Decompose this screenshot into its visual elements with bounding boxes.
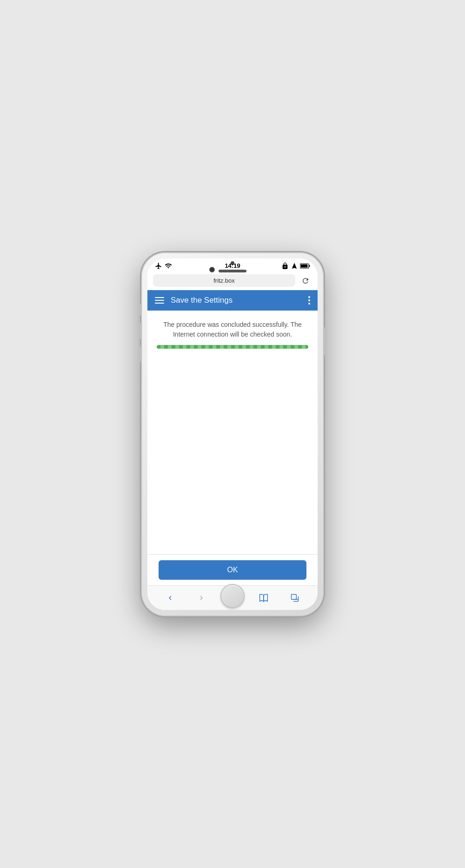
hamburger-menu-button[interactable] (155, 297, 164, 304)
silent-button[interactable] (140, 304, 142, 316)
content-area: The procedure was concluded successfully… (147, 311, 318, 610)
url-input[interactable]: fritz.box (153, 274, 295, 287)
browser-tabs-button[interactable] (286, 590, 303, 606)
status-right-icons (281, 262, 310, 270)
phone-frame: 14:19 (142, 253, 323, 616)
status-time: 14:19 (225, 262, 240, 269)
progress-bar (157, 345, 308, 349)
ok-button[interactable]: OK (159, 560, 306, 580)
phone-screen: 14:19 (147, 258, 318, 610)
browser-bookmarks-button[interactable] (255, 590, 272, 606)
battery-icon (300, 263, 310, 269)
status-left-icons (155, 262, 172, 270)
volume-down-button[interactable] (140, 346, 142, 362)
svg-rect-2 (301, 264, 308, 267)
reload-button[interactable] (299, 274, 312, 287)
app-header: Save the Settings (147, 290, 318, 311)
more-options-button[interactable] (308, 296, 310, 305)
svg-rect-4 (291, 594, 296, 599)
home-button[interactable] (220, 584, 245, 608)
volume-up-button[interactable] (140, 323, 142, 339)
status-bar: 14:19 (147, 258, 318, 272)
wifi-icon (165, 262, 172, 270)
svg-rect-1 (309, 265, 310, 267)
lock-icon (281, 262, 289, 270)
ok-button-area: OK (147, 554, 318, 585)
speaker (219, 270, 246, 272)
app-title: Save the Settings (171, 296, 308, 305)
progress-bar-container (147, 345, 318, 356)
location-icon (291, 262, 298, 270)
content-spacer (147, 356, 318, 554)
airplane-icon (155, 262, 162, 270)
browser-back-button[interactable] (162, 590, 179, 606)
progress-bar-fill (157, 345, 308, 349)
browser-forward-button[interactable] (193, 590, 210, 606)
power-button[interactable] (323, 327, 325, 355)
address-bar: fritz.box (147, 272, 318, 290)
success-message: The procedure was concluded successfully… (147, 311, 318, 345)
